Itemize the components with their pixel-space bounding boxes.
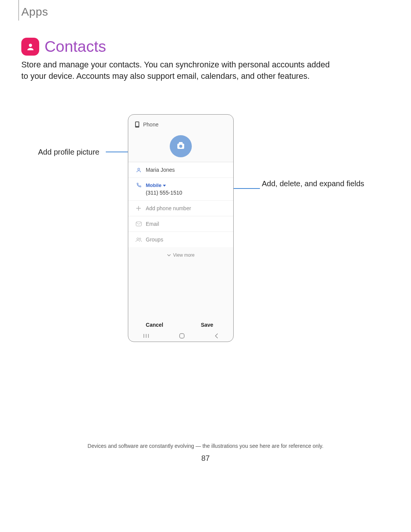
camera-icon [177,144,184,149]
groups-label: Groups [146,236,163,243]
breadcrumb: Apps [21,5,48,18]
view-more-label: View more [173,252,194,258]
view-more-button[interactable]: View more [128,247,233,263]
footnote: Devices and software are constantly evol… [0,443,411,449]
nav-home-icon[interactable] [179,333,185,339]
contacts-app-icon [21,38,39,56]
page-description: Store and manage your contacts. You can … [21,59,333,82]
callout-line-right [230,188,260,189]
storage-label[interactable]: Phone [143,121,158,128]
plus-icon [135,206,142,211]
add-phone-label: Add phone number [146,205,191,211]
page-title: Contacts [45,38,106,56]
svg-point-5 [137,238,139,240]
email-field-row[interactable]: Email [128,216,233,232]
page-number: 87 [0,454,411,463]
person-icon [135,167,142,173]
phone-field-row[interactable]: Mobile (311) 555-1510 [128,177,233,200]
groups-field-row[interactable]: Groups [128,232,233,247]
callout-add-profile-picture: Add profile picture [38,148,99,157]
save-button[interactable]: Save [181,322,233,328]
phone-type-dropdown[interactable]: Mobile [146,182,166,188]
email-icon [135,222,142,226]
chevron-down-icon [167,254,171,256]
svg-rect-4 [136,222,141,226]
phone-number-value: (311) 555-1510 [146,190,182,196]
header-divider [18,0,19,21]
email-label: Email [146,221,159,227]
groups-icon [135,237,142,242]
svg-point-0 [29,43,32,46]
chevron-down-icon [163,185,166,187]
name-value: Maria Jones [146,167,175,173]
add-phone-row[interactable]: Add phone number [128,200,233,216]
name-field-row[interactable]: Maria Jones [128,162,233,177]
svg-point-6 [139,238,141,240]
svg-rect-7 [180,334,184,338]
phone-icon [135,182,142,188]
svg-point-3 [138,168,140,170]
nav-recent-icon[interactable] [143,334,149,338]
phone-screenshot: Phone Maria Jones Mobile (311) 555-1510 [128,114,234,342]
cancel-button[interactable]: Cancel [128,322,181,328]
callout-add-delete-expand: Add, delete, and expand fields [262,179,364,189]
storage-icon [135,121,139,128]
nav-back-icon[interactable] [215,333,218,339]
add-profile-picture-button[interactable] [170,135,192,157]
svg-rect-2 [136,122,139,126]
